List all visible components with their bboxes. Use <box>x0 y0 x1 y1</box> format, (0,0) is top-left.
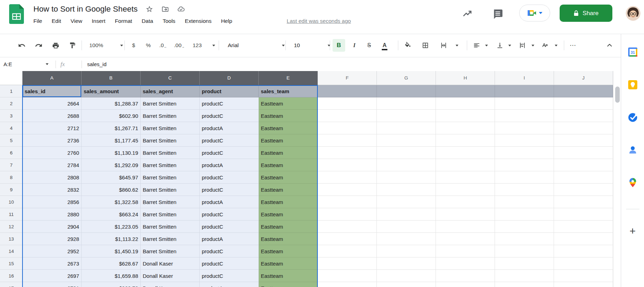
cell[interactable] <box>436 122 495 134</box>
cell[interactable]: $628.67 <box>82 257 141 270</box>
cell[interactable] <box>495 196 554 208</box>
menu-item-file[interactable]: File <box>33 18 42 24</box>
cell[interactable]: $1,292.09 <box>82 159 141 171</box>
cell[interactable]: Eastteam <box>259 196 318 208</box>
cell[interactable]: $1,288.37 <box>82 97 141 110</box>
cell[interactable]: $860.62 <box>82 184 141 196</box>
cell[interactable] <box>495 245 554 257</box>
cell[interactable]: Donall Kaser <box>141 257 200 270</box>
cell[interactable]: Eastteam <box>259 97 318 110</box>
cell[interactable]: Barret Smitten <box>141 233 200 245</box>
cell[interactable]: $1,659.88 <box>82 270 141 282</box>
cell[interactable] <box>436 196 495 208</box>
column-header-i[interactable]: I <box>495 71 554 85</box>
text-wrap-caret-icon[interactable] <box>532 45 534 46</box>
strikethrough-button[interactable]: S <box>363 39 375 52</box>
cell[interactable]: Eastteam <box>259 110 318 122</box>
cell[interactable]: Barret Smitten <box>141 171 200 184</box>
cell[interactable] <box>554 171 613 184</box>
row-number[interactable]: 11 <box>0 208 22 221</box>
format-currency-button[interactable]: $ <box>127 39 140 52</box>
row-number[interactable]: 8 <box>0 171 22 184</box>
cell[interactable] <box>436 134 495 147</box>
redo-button[interactable] <box>32 39 45 52</box>
horizontal-align-button[interactable] <box>470 39 483 52</box>
cell[interactable] <box>318 245 377 257</box>
cell[interactable]: $1,177.45 <box>82 134 141 147</box>
account-avatar[interactable] <box>626 6 640 21</box>
cell[interactable] <box>495 134 554 147</box>
cell[interactable] <box>318 221 377 233</box>
cell[interactable] <box>377 134 436 147</box>
cell[interactable] <box>554 196 613 208</box>
text-rotation-caret-icon[interactable] <box>555 45 558 46</box>
cell[interactable]: 2808 <box>22 171 82 184</box>
column-header-b[interactable]: B <box>82 71 141 85</box>
cell[interactable] <box>318 147 377 159</box>
cell[interactable]: $920.78 <box>82 282 141 287</box>
cell[interactable]: productC <box>200 245 259 257</box>
cell[interactable] <box>377 245 436 257</box>
cell[interactable] <box>554 245 613 257</box>
cell[interactable]: 2784 <box>22 159 82 171</box>
cell[interactable] <box>495 282 554 287</box>
row-number[interactable]: 12 <box>0 221 22 233</box>
cell[interactable]: 2928 <box>22 233 82 245</box>
cell[interactable]: Barret Smitten <box>141 245 200 257</box>
menu-item-data[interactable]: Data <box>142 18 153 24</box>
cell[interactable]: $1,322.58 <box>82 196 141 208</box>
cell[interactable]: Barret Smitten <box>141 196 200 208</box>
cell-e1[interactable]: sales_team <box>259 85 318 97</box>
row-number[interactable]: 2 <box>0 97 22 110</box>
text-wrap-button[interactable] <box>516 39 529 52</box>
column-header-g[interactable]: G <box>377 71 436 85</box>
cell[interactable]: 2664 <box>22 97 82 110</box>
font-size-select[interactable]: 10 <box>289 39 335 52</box>
select-all-corner[interactable] <box>0 71 22 85</box>
cell[interactable] <box>318 257 377 270</box>
menu-item-insert[interactable]: Insert <box>92 18 105 24</box>
cell[interactable] <box>554 122 613 134</box>
cell[interactable]: $1,223.05 <box>82 221 141 233</box>
vertical-align-button[interactable] <box>494 39 506 52</box>
cell[interactable] <box>377 221 436 233</box>
cell[interactable]: 2688 <box>22 110 82 122</box>
cell[interactable] <box>318 159 377 171</box>
cell[interactable]: productA <box>200 233 259 245</box>
cell[interactable]: Eastteam <box>259 171 318 184</box>
cell[interactable]: $663.24 <box>82 208 141 221</box>
cell[interactable] <box>318 282 377 287</box>
cell-d1[interactable]: product <box>200 85 259 97</box>
print-button[interactable] <box>49 39 62 52</box>
cell[interactable] <box>377 171 436 184</box>
cell-c1[interactable]: sales_agent <box>141 85 200 97</box>
menu-item-edit[interactable]: Edit <box>52 18 61 24</box>
cell[interactable] <box>436 97 495 110</box>
cell[interactable] <box>554 85 613 97</box>
cell[interactable]: Barret Smitten <box>141 134 200 147</box>
cell[interactable]: Eastteam <box>259 270 318 282</box>
meet-button[interactable] <box>519 5 550 21</box>
cell[interactable]: Eastteam <box>259 208 318 221</box>
cell[interactable]: Eastteam <box>259 221 318 233</box>
cell[interactable] <box>377 233 436 245</box>
get-addons-button[interactable]: + <box>630 226 636 236</box>
cell[interactable] <box>318 110 377 122</box>
cell[interactable] <box>554 208 613 221</box>
row-number[interactable]: 5 <box>0 134 22 147</box>
cell[interactable]: Donall Kaser <box>141 282 200 287</box>
cell[interactable] <box>554 97 613 110</box>
row-number[interactable]: 7 <box>0 159 22 171</box>
row-number[interactable]: 14 <box>0 245 22 257</box>
cell[interactable] <box>554 147 613 159</box>
cell[interactable] <box>495 270 554 282</box>
row-number[interactable]: 10 <box>0 196 22 208</box>
fill-color-button[interactable] <box>401 39 414 52</box>
cell[interactable]: productC <box>200 147 259 159</box>
cell[interactable] <box>436 282 495 287</box>
share-button[interactable]: Share <box>560 5 612 22</box>
paint-format-button[interactable] <box>66 39 79 52</box>
cell[interactable] <box>554 184 613 196</box>
cell[interactable] <box>436 147 495 159</box>
cell[interactable]: 2832 <box>22 184 82 196</box>
